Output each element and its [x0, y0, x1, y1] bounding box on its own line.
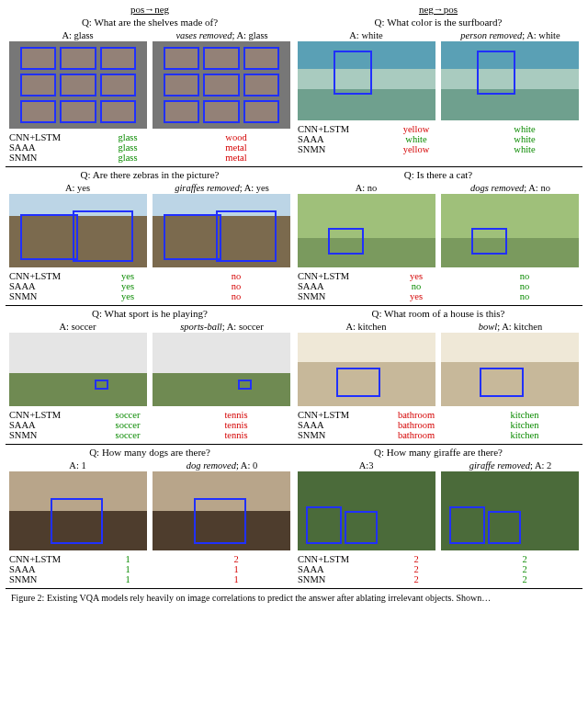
gt-original: A: glass: [6, 29, 150, 41]
example-left: Q: What are the shelves made of? A: glas…: [6, 15, 294, 166]
pred-original: glass: [74, 142, 182, 153]
figure-caption: Figure 2: Existing VQA models rely heavi…: [6, 588, 582, 605]
answer-line: A:3 giraffe removed; A: 2: [294, 459, 582, 471]
question: Q: What sport is he playing?: [92, 306, 208, 321]
example-row: Q: How many dogs are there? A: 1 dog rem…: [6, 444, 582, 588]
model-row: CNN+LSTM soccer tennis: [9, 410, 290, 420]
example-row: Q: Are there zebras in the picture? A: y…: [6, 166, 582, 305]
pred-original: soccer: [74, 410, 182, 420]
answer-line: A: white person removed; A: white: [294, 29, 582, 41]
image-thumbnail: [9, 41, 147, 129]
pred-edited: no: [470, 281, 579, 291]
example-right: Q: Is there a cat? A: no dogs removed; A…: [294, 167, 582, 305]
gt-original: A:3: [294, 459, 438, 471]
gt-edited: sports-ball; A: soccer: [150, 321, 294, 333]
model-name: CNN+LSTM: [298, 554, 362, 564]
pred-edited: kitchen: [470, 420, 579, 430]
pred-edited: no: [470, 291, 579, 301]
image-pair: [6, 194, 294, 269]
pred-original: yellow: [362, 124, 470, 134]
image-thumbnail: [298, 41, 435, 120]
model-row: CNN+LSTM yes no: [9, 271, 290, 281]
example-right: Q: What room of a house is this? A: kitc…: [294, 306, 582, 444]
model-name: SNMN: [9, 291, 74, 301]
model-row: SAAA glass metal: [9, 142, 290, 153]
answer-line: A: 1 dog removed; A: 0: [6, 459, 294, 471]
image-thumbnail: [298, 194, 435, 267]
image-pair: [294, 471, 582, 552]
image-thumbnail: [153, 41, 290, 129]
example-row: Q: What are the shelves made of? A: glas…: [6, 15, 582, 166]
pred-edited: kitchen: [470, 430, 579, 440]
model-row: SNMN yellow white: [298, 144, 579, 154]
question: Q: What color is the surfboard?: [375, 15, 503, 29]
pred-original: yes: [74, 271, 182, 281]
pred-original: yellow: [362, 144, 470, 154]
gt-edited: dog removed; A: 0: [150, 459, 294, 471]
pred-edited: kitchen: [470, 410, 579, 420]
pred-edited: white: [470, 144, 579, 154]
pred-original: soccer: [74, 420, 182, 430]
pred-edited: 1: [182, 574, 290, 584]
image-pair: [294, 41, 582, 122]
answer-line: A: yes giraffes removed; A: yes: [6, 182, 294, 194]
gt-edited: person removed; A: white: [438, 29, 582, 41]
pred-original: white: [362, 134, 470, 144]
pred-original: no: [362, 281, 470, 291]
model-predictions: CNN+LSTM yellow white SAAA white white S…: [294, 122, 582, 158]
model-name: SAAA: [9, 420, 74, 430]
model-row: SNMN 2 2: [298, 574, 579, 584]
image-thumbnail: [441, 471, 579, 550]
model-name: CNN+LSTM: [9, 410, 74, 420]
model-row: SNMN glass metal: [9, 153, 290, 163]
pred-original: glass: [74, 153, 182, 163]
gt-edited: bowl; A: kitchen: [438, 321, 582, 333]
pred-edited: wood: [182, 132, 290, 142]
example-row: Q: What sport is he playing? A: soccer s…: [6, 305, 582, 444]
pred-edited: metal: [182, 142, 290, 153]
model-row: CNN+LSTM yes no: [298, 271, 579, 281]
image-pair: [6, 471, 294, 552]
model-name: CNN+LSTM: [9, 132, 74, 142]
question: Q: What room of a house is this?: [372, 306, 505, 321]
pred-original: yes: [74, 291, 182, 301]
model-row: SNMN soccer tennis: [9, 430, 290, 440]
model-row: CNN+LSTM glass wood: [9, 132, 290, 142]
pred-edited: no: [182, 281, 290, 291]
answer-line: A: glass vases removed; A: glass: [6, 29, 294, 41]
image-pair: [294, 194, 582, 269]
image-pair: [294, 333, 582, 408]
pred-original: yes: [362, 271, 470, 281]
header-left: pos→neg: [6, 4, 294, 15]
model-predictions: CNN+LSTM 1 2 SAAA 1 1 SNMN 1 1: [6, 552, 294, 588]
question: Q: What are the shelves made of?: [82, 15, 218, 29]
model-predictions: CNN+LSTM 2 2 SAAA 2 2 SNMN 2 2: [294, 552, 582, 588]
model-row: SAAA 1 1: [9, 564, 290, 574]
model-row: SNMN yes no: [298, 291, 579, 301]
example-right: Q: How many giraffe are there? A:3 giraf…: [294, 445, 582, 588]
model-row: CNN+LSTM 2 2: [298, 554, 579, 564]
pred-edited: 2: [470, 574, 579, 584]
model-row: SAAA soccer tennis: [9, 420, 290, 430]
pred-edited: no: [470, 271, 579, 281]
gt-original: A: yes: [6, 182, 150, 194]
model-name: SAAA: [298, 564, 362, 574]
pred-original: yes: [362, 291, 470, 301]
image-thumbnail: [441, 333, 579, 406]
image-thumbnail: [441, 41, 579, 120]
image-pair: [6, 41, 294, 130]
gt-original: A: kitchen: [294, 321, 438, 333]
model-row: SAAA yes no: [9, 281, 290, 291]
pred-original: soccer: [74, 430, 182, 440]
gt-original: A: white: [294, 29, 438, 41]
model-predictions: CNN+LSTM yes no SAAA yes no SNMN yes no: [6, 269, 294, 305]
pred-edited: white: [470, 124, 579, 134]
question: Q: How many giraffe are there?: [374, 445, 503, 459]
pred-edited: tennis: [182, 430, 290, 440]
gt-edited: giraffe removed; A: 2: [438, 459, 582, 471]
model-name: CNN+LSTM: [9, 271, 74, 281]
model-row: SAAA bathroom kitchen: [298, 420, 579, 430]
image-thumbnail: [153, 194, 290, 267]
example-right: Q: What color is the surfboard? A: white…: [294, 15, 582, 166]
model-name: SNMN: [298, 291, 362, 301]
